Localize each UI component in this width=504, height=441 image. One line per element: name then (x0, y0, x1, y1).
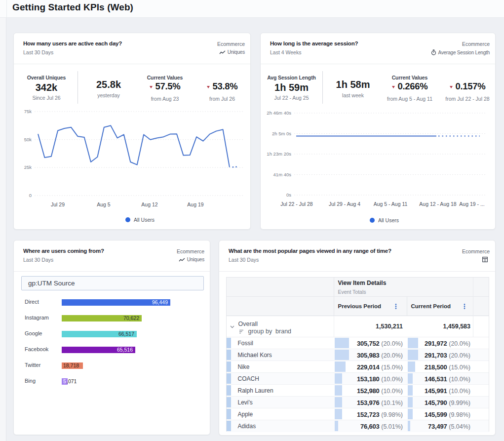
svg-text:Jul 29 - Aug 4: Jul 29 - Aug 4 (329, 201, 360, 207)
svg-text:All Users: All Users (378, 217, 399, 223)
svg-text:All Users: All Users (134, 217, 155, 223)
svg-text:Aug 19 - ...: Aug 19 - ... (459, 201, 484, 207)
svg-text:Aug 19: Aug 19 (187, 201, 203, 207)
svg-text:2h 5m 0s: 2h 5m 0s (272, 131, 291, 136)
svg-text:2h 46m 40s: 2h 46m 40s (267, 110, 291, 116)
svg-text:41m 40s: 41m 40s (273, 172, 292, 177)
svg-text:Aug 5: Aug 5 (97, 201, 111, 207)
svg-text:Aug 12: Aug 12 (141, 201, 157, 207)
svg-text:0s: 0s (286, 192, 291, 198)
svg-text:Jul 22 - Jul 28: Jul 22 - Jul 28 (280, 201, 313, 207)
svg-text:0: 0 (29, 193, 32, 198)
svg-text:1h 23m 20s: 1h 23m 20s (267, 151, 291, 157)
svg-text:Aug 12 - Aug 18: Aug 12 - Aug 18 (419, 201, 456, 207)
svg-text:Aug 5 - Aug 11: Aug 5 - Aug 11 (374, 201, 408, 207)
svg-text:50k: 50k (24, 137, 32, 142)
svg-text:25k: 25k (24, 164, 32, 170)
svg-text:Jul 29: Jul 29 (51, 201, 65, 207)
svg-text:75k: 75k (24, 109, 32, 114)
